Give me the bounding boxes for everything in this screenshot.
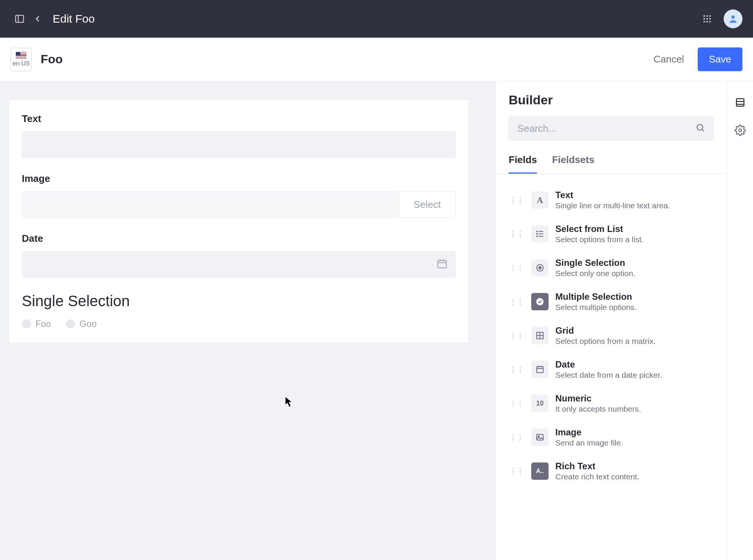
svg-point-11 <box>731 15 735 19</box>
settings-icon[interactable] <box>732 122 748 139</box>
image-upload: Select <box>22 191 456 218</box>
drag-handle-icon: ⋮⋮ <box>509 433 524 441</box>
field-type-icon <box>531 429 549 446</box>
page-breadcrumb: Edit Foo <box>53 12 95 25</box>
svg-point-6 <box>706 18 708 20</box>
single-selection-heading: Single Selection <box>22 293 456 310</box>
builder-tab-icon[interactable] <box>732 94 748 111</box>
field-type-name: Rich Text <box>555 461 639 471</box>
topbar: Edit Foo <box>0 0 753 38</box>
svg-point-3 <box>706 15 708 17</box>
field-type-desc: Create rich text content. <box>555 472 639 481</box>
right-rail <box>727 81 753 560</box>
radio-label: Foo <box>35 319 51 329</box>
svg-point-22 <box>537 233 537 234</box>
drag-handle-icon: ⋮⋮ <box>509 230 524 238</box>
field-type-item[interactable]: ⋮⋮10NumericIt only accepts numbers. <box>506 386 718 420</box>
field-type-icon <box>531 259 549 276</box>
builder-tabs: Fields Fieldsets <box>496 147 727 174</box>
svg-point-4 <box>709 15 710 17</box>
search-icon <box>695 123 705 134</box>
svg-rect-0 <box>16 15 24 23</box>
form-canvas: Text Image Select Date Single <box>0 81 495 560</box>
field-type-item[interactable]: ⋮⋮Multiple SelectionSelect multiple opti… <box>506 285 718 319</box>
radio-group: Foo Goo <box>22 319 456 329</box>
field-label: Text <box>22 113 456 125</box>
svg-point-5 <box>703 18 705 20</box>
flag-us-icon <box>16 52 26 59</box>
field-type-desc: Select multiple options. <box>555 303 637 312</box>
field-type-name: Image <box>555 427 623 438</box>
svg-point-2 <box>703 15 705 17</box>
field-type-item[interactable]: ⋮⋮A..Rich TextCreate rich text content. <box>506 454 718 488</box>
drag-handle-icon: ⋮⋮ <box>509 264 524 272</box>
svg-rect-12 <box>438 260 447 268</box>
svg-point-23 <box>537 236 537 237</box>
field-text[interactable]: Text <box>22 113 456 158</box>
field-type-desc: Select only one option. <box>555 269 635 278</box>
field-type-desc: Select options from a list. <box>555 235 644 244</box>
field-type-item[interactable]: ⋮⋮ImageSend an image file. <box>506 420 718 454</box>
field-type-desc: Select date from a date picker. <box>555 371 662 380</box>
drag-handle-icon: ⋮⋮ <box>509 331 524 340</box>
field-type-name: Grid <box>555 325 655 336</box>
radio-icon <box>66 319 75 328</box>
field-label: Date <box>22 233 456 244</box>
subheader: en-US Foo Cancel Save <box>0 38 753 81</box>
field-type-name: Text <box>555 190 670 200</box>
apps-grid-icon[interactable] <box>698 10 716 28</box>
radio-option[interactable]: Foo <box>22 319 51 329</box>
svg-point-26 <box>536 298 544 305</box>
user-avatar[interactable] <box>724 9 742 28</box>
svg-rect-30 <box>537 366 543 372</box>
drag-handle-icon: ⋮⋮ <box>509 467 524 475</box>
locale-label: en-US <box>12 60 29 67</box>
builder-title: Builder <box>496 93 727 116</box>
tab-fieldsets[interactable]: Fieldsets <box>552 147 594 174</box>
field-type-desc: It only accepts numbers. <box>555 404 641 414</box>
svg-point-7 <box>709 18 710 20</box>
field-type-name: Numeric <box>555 393 641 404</box>
field-image[interactable]: Image Select <box>22 173 456 218</box>
image-select-button[interactable]: Select <box>399 192 455 217</box>
radio-label: Goo <box>79 319 96 329</box>
save-button[interactable]: Save <box>698 47 742 71</box>
svg-point-9 <box>706 21 708 22</box>
date-input[interactable] <box>22 251 456 278</box>
svg-rect-34 <box>537 434 543 440</box>
svg-line-17 <box>702 129 704 131</box>
image-file-area[interactable] <box>22 192 399 217</box>
radio-icon <box>22 319 31 328</box>
text-input[interactable] <box>22 131 456 158</box>
locale-selector[interactable]: en-US <box>11 48 32 71</box>
svg-point-10 <box>709 21 710 22</box>
main-area: Text Image Select Date Single <box>0 81 753 560</box>
field-type-name: Select from List <box>555 224 644 234</box>
svg-point-16 <box>697 124 703 130</box>
back-button[interactable] <box>29 10 47 28</box>
cancel-button[interactable]: Cancel <box>645 47 693 71</box>
field-label: Image <box>22 173 456 185</box>
sidebar-toggle-icon[interactable] <box>11 10 29 28</box>
drag-handle-icon: ⋮⋮ <box>509 399 524 407</box>
field-type-desc: Single line or multi-line text area. <box>555 201 670 210</box>
field-date[interactable]: Date <box>22 233 456 278</box>
field-type-item[interactable]: ⋮⋮Select from ListSelect options from a … <box>506 217 718 251</box>
svg-point-21 <box>537 231 537 232</box>
field-single-selection[interactable]: Single Selection Foo Goo <box>22 293 456 329</box>
field-type-name: Single Selection <box>555 258 635 268</box>
search-input[interactable] <box>517 123 695 134</box>
radio-option[interactable]: Goo <box>66 319 96 329</box>
field-type-icon <box>531 327 549 344</box>
builder-search[interactable] <box>509 116 714 140</box>
tab-fields[interactable]: Fields <box>509 147 537 174</box>
field-type-item[interactable]: ⋮⋮GridSelect options from a matrix. <box>506 319 718 352</box>
drag-handle-icon: ⋮⋮ <box>509 365 524 374</box>
field-type-icon <box>531 361 549 378</box>
field-type-icon <box>531 293 549 310</box>
svg-point-39 <box>739 129 742 132</box>
field-type-item[interactable]: ⋮⋮Single SelectionSelect only one option… <box>506 251 718 285</box>
svg-rect-36 <box>736 99 744 106</box>
field-type-item[interactable]: ⋮⋮ATextSingle line or multi-line text ar… <box>506 183 718 217</box>
field-type-item[interactable]: ⋮⋮DateSelect date from a date picker. <box>506 352 718 386</box>
